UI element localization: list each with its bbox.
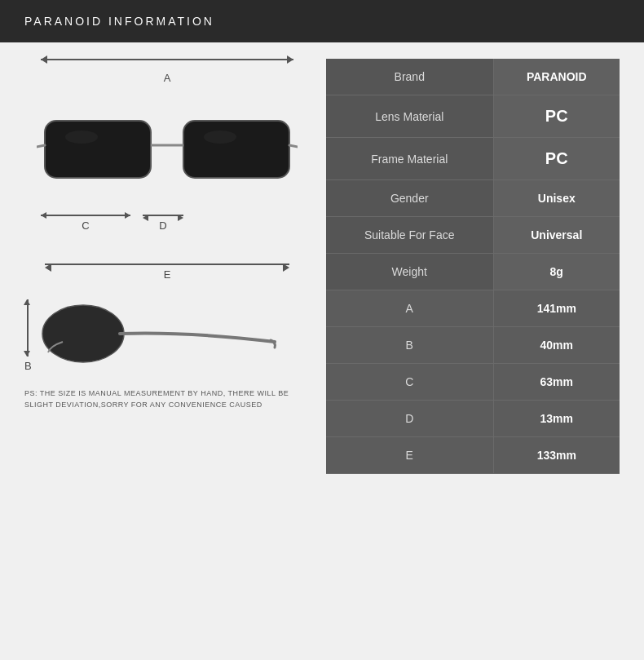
glasses-front-view: [24, 92, 310, 198]
table-label-cell: B: [326, 327, 493, 364]
table-row: A141mm: [326, 290, 620, 327]
dimension-b-area: B: [24, 299, 32, 372]
table-value-cell: PC: [493, 138, 620, 180]
table-row: C63mm: [326, 364, 620, 401]
footnote-text: PS: THE SIZE IS MANUAL MEASUREMENT BY HA…: [24, 388, 310, 410]
table-label-cell: Suitable For Face: [326, 217, 493, 254]
dimension-a-arrow: [24, 59, 310, 60]
table-value-cell: 63mm: [493, 364, 620, 401]
table-row: D13mm: [326, 401, 620, 437]
table-value-cell: 13mm: [493, 401, 620, 437]
right-panel: BrandPARANOIDLens MaterialPCFrame Materi…: [326, 59, 620, 644]
table-row: Frame MaterialPC: [326, 138, 620, 180]
table-value-cell: Universal: [493, 217, 620, 254]
page-wrapper: PARANOID INFORMATION A: [0, 0, 644, 660]
glasses-side-view: [38, 297, 283, 374]
dimension-b-arrow: [27, 299, 29, 357]
dimension-a-label: A: [24, 72, 310, 84]
main-content: A: [0, 42, 644, 660]
left-panel: A: [24, 59, 310, 644]
table-label-cell: Lens Material: [326, 95, 493, 138]
table-value-cell: 8g: [493, 254, 620, 290]
dimension-d-area: D: [143, 215, 183, 232]
dimension-e-row: E: [24, 264, 310, 281]
svg-line-4: [289, 145, 298, 148]
table-row: Suitable For FaceUniversal: [326, 217, 620, 254]
glasses-front-svg: [37, 100, 298, 190]
header-title: PARANOID INFORMATION: [24, 15, 214, 28]
svg-rect-0: [45, 121, 151, 178]
dimension-e-arrow: [45, 264, 289, 265]
table-value-cell: 141mm: [493, 290, 620, 327]
table-row: B40mm: [326, 327, 620, 364]
table-value-cell: 40mm: [493, 327, 620, 364]
table-label-cell: Frame Material: [326, 138, 493, 180]
glasses-side-svg: [38, 297, 283, 370]
table-label-cell: C: [326, 364, 493, 401]
cd-dimensions-row: C D: [33, 206, 310, 239]
dimension-c-area: C: [41, 215, 130, 232]
dimension-e-label: E: [164, 268, 171, 281]
svg-rect-1: [183, 121, 289, 178]
svg-point-7: [42, 305, 124, 362]
table-row: GenderUnisex: [326, 180, 620, 217]
table-label-cell: E: [326, 437, 493, 474]
dimension-d-label: D: [159, 219, 166, 232]
svg-line-3: [37, 145, 45, 148]
table-row: BrandPARANOID: [326, 59, 620, 95]
table-row: Lens MaterialPC: [326, 95, 620, 138]
table-row: Weight8g: [326, 254, 620, 290]
info-table: BrandPARANOIDLens MaterialPCFrame Materi…: [326, 59, 620, 474]
header-bar: PARANOID INFORMATION: [0, 0, 644, 42]
table-label-cell: Brand: [326, 59, 493, 95]
table-label-cell: Gender: [326, 180, 493, 217]
dimension-c-label: C: [82, 219, 89, 232]
table-value-cell: 133mm: [493, 437, 620, 474]
table-label-cell: A: [326, 290, 493, 327]
table-value-cell: PARANOID: [493, 59, 620, 95]
svg-point-5: [65, 131, 98, 144]
table-value-cell: Unisex: [493, 180, 620, 217]
table-label-cell: D: [326, 401, 493, 437]
table-row: E133mm: [326, 437, 620, 474]
svg-point-6: [204, 131, 236, 144]
table-value-cell: PC: [493, 95, 620, 138]
table-label-cell: Weight: [326, 254, 493, 290]
glasses-side-section: B: [24, 297, 310, 374]
dimension-b-label: B: [24, 360, 32, 372]
